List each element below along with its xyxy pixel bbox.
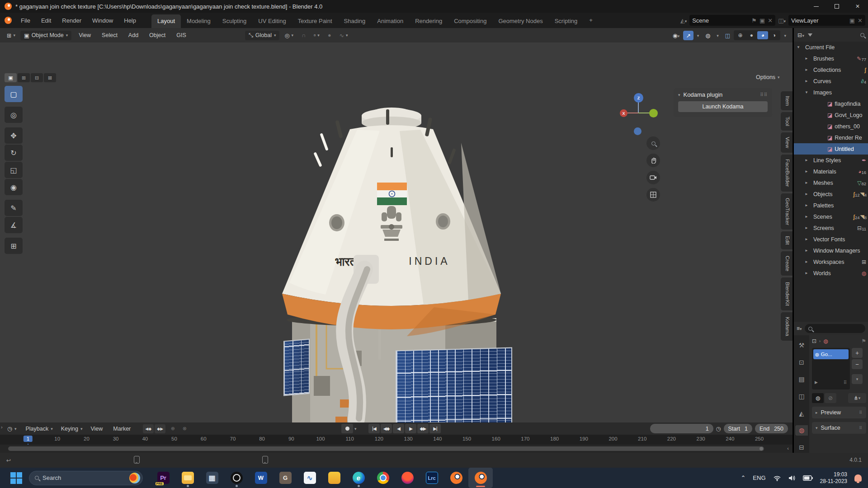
workspace-tab[interactable]: Animation	[371, 14, 409, 28]
outliner-row[interactable]: ► Brushes 77	[794, 53, 868, 64]
world-slot-list[interactable]: ◍Go... ▶⠿	[812, 348, 850, 389]
search-icon[interactable]	[860, 33, 864, 37]
outliner-row[interactable]: others_00	[794, 121, 868, 132]
viewport-menu-item[interactable]: Object	[144, 30, 171, 40]
timeline-menu-item[interactable]: View	[87, 424, 108, 433]
options-dropdown[interactable]: Options▾	[756, 74, 780, 80]
frame-end-field[interactable]: End250	[755, 424, 788, 433]
outliner-row[interactable]: ► Meshes 82	[794, 177, 868, 188]
slot-specials-dropdown[interactable]: ▾	[852, 374, 863, 384]
volume-icon[interactable]	[788, 475, 796, 481]
workspace-tab[interactable]: UV Editing	[252, 14, 292, 28]
workspace-tab[interactable]: Texture Paint	[292, 14, 338, 28]
taskbar-app-icon[interactable]	[371, 468, 395, 488]
blender-menu-icon[interactable]	[5, 17, 12, 24]
transport-button[interactable]: ▶|	[429, 424, 441, 433]
taskbar-app-icon[interactable]	[175, 468, 200, 488]
properties-tab[interactable]: ◫	[795, 391, 808, 402]
tray-chevron-icon[interactable]: ⌃	[741, 474, 745, 481]
zoom-icon[interactable]	[646, 136, 660, 150]
timeline-scrollbar[interactable]: ‹	[0, 445, 793, 453]
unlink-icon[interactable]: ✕	[858, 17, 863, 24]
timeline-ruler[interactable]: 1102030405060708090100110120130140150160…	[0, 435, 793, 445]
tool-button[interactable]: ◉	[5, 179, 23, 195]
outliner-row[interactable]: ► Workspaces	[794, 256, 868, 267]
world-slot-selected[interactable]: ◍Go...	[813, 349, 849, 359]
notification-bell-icon[interactable]	[854, 474, 862, 482]
overlays-toggle[interactable]: ◍	[703, 31, 713, 40]
sidebar-tab[interactable]: Tool	[781, 112, 793, 131]
menu-item[interactable]: Render	[57, 15, 87, 26]
workspace-tab[interactable]: Shading	[338, 14, 372, 28]
transport-button[interactable]: ◀◆	[381, 424, 392, 433]
launch-kodama-button[interactable]: Launch Kodama	[678, 101, 768, 112]
outliner-row[interactable]: ► Screens 11	[794, 222, 868, 234]
solar-panel-small[interactable]	[283, 338, 310, 396]
gizmo-minus-z-axis[interactable]	[634, 127, 642, 135]
frame-start-field[interactable]: Start1	[724, 424, 752, 433]
editor-type-button[interactable]: ⊟▾	[797, 32, 804, 38]
tool-button[interactable]: ✎	[5, 200, 23, 216]
workspace-tab[interactable]: Scripting	[549, 14, 584, 28]
transport-button[interactable]: |◀	[368, 424, 380, 433]
surface-panel-header[interactable]: ▾ Surface ⠿	[812, 422, 866, 434]
pin-icon[interactable]: ⚑	[751, 17, 757, 24]
node-tree-button[interactable]: ⋔▾	[848, 393, 866, 403]
maximize-button[interactable]	[826, 0, 847, 13]
use-preview-range-icon[interactable]: ◷	[716, 425, 721, 432]
ruler-collapse-icon[interactable]: ›	[1, 424, 3, 430]
shading-material-preview-button[interactable]: ◕	[757, 31, 768, 39]
timeline-menu-item[interactable]: Marker	[109, 424, 137, 433]
shading-wireframe-button[interactable]: ⊕	[735, 31, 745, 39]
tool-button[interactable]: ↻	[5, 145, 23, 161]
clock[interactable]: 19:03 28-11-2023	[820, 471, 848, 485]
outliner-row[interactable]: ► Collections	[794, 64, 868, 75]
shading-dropdown[interactable]: ▾	[781, 31, 789, 40]
viewport-3d[interactable]: भारत INDIA ⊞▾ ▣ Object Mode▾ ViewSelectA…	[0, 28, 793, 422]
timeline-menu-item[interactable]: Keying▾	[57, 424, 86, 433]
taskbar-search-input[interactable]: Search	[29, 471, 143, 485]
tool-button[interactable]: ✥	[5, 127, 23, 144]
transform-orientation-dropdown[interactable]: ⤡ Global▾	[245, 31, 280, 40]
outliner-row[interactable]: ► Vector Fonts	[794, 234, 868, 245]
world-datablock-toggle[interactable]: ◍	[812, 393, 824, 403]
tool-button[interactable]: ◎	[5, 107, 23, 123]
keyframe-jump-button[interactable]: ◀◆	[143, 424, 154, 433]
solar-panel-array[interactable]	[396, 347, 512, 422]
tool-button[interactable]: ▢	[5, 86, 23, 102]
gizmo-y-axis[interactable]	[649, 109, 658, 117]
pan-hand-icon[interactable]	[646, 154, 660, 167]
shading-rendered-button[interactable]: ◑	[769, 31, 779, 39]
viewport-menu-item[interactable]: View	[73, 30, 96, 40]
outliner-row[interactable]: ► Curves 4	[794, 75, 868, 87]
tool-button[interactable]: ◱	[5, 162, 23, 178]
properties-tab[interactable]: ⊟	[795, 442, 808, 453]
proportional-edit-icon[interactable]: ●	[325, 31, 335, 40]
battery-icon[interactable]	[803, 475, 813, 481]
taskbar-app-icon[interactable]	[224, 468, 249, 488]
snap-target-dropdown[interactable]: ▫▾	[311, 31, 323, 40]
scene-selector[interactable]: Scene ⚑ ▣ ✕	[689, 15, 775, 26]
current-frame-field[interactable]: 1	[650, 424, 713, 433]
orthographic-toggle-icon[interactable]	[646, 188, 660, 202]
xray-toggle[interactable]: ◫	[722, 31, 733, 40]
filter-icon[interactable]	[808, 33, 812, 37]
fake-user-toggle[interactable]: ⊘	[825, 393, 836, 403]
sidebar-tab[interactable]: Kodama	[781, 312, 793, 341]
outliner-row[interactable]: ► Scenes 24 8	[794, 211, 868, 222]
expand-icon[interactable]: ▶	[815, 380, 818, 385]
outliner-row[interactable]: ► Palettes	[794, 200, 868, 211]
gizmos-dropdown[interactable]: ▾	[694, 31, 702, 40]
taskbar-app-icon[interactable]	[200, 468, 224, 488]
viewport-menu-item[interactable]: GIS	[171, 30, 192, 40]
outliner-row[interactable]: ► Worlds	[794, 267, 868, 279]
keyframe-jump-button[interactable]: ◆▶	[155, 424, 165, 433]
transport-button[interactable]: ◀	[393, 424, 404, 433]
scrollbar-collapse-icon[interactable]: ‹	[787, 446, 789, 451]
taskbar-app-icon[interactable]	[297, 468, 322, 488]
outliner-row[interactable]: Untitled	[794, 143, 868, 155]
outliner-row[interactable]: Render Re	[794, 132, 868, 143]
minimize-button[interactable]	[806, 0, 826, 13]
add-slot-button[interactable]: ＋	[852, 348, 863, 358]
language-indicator[interactable]: ENG	[753, 474, 765, 481]
